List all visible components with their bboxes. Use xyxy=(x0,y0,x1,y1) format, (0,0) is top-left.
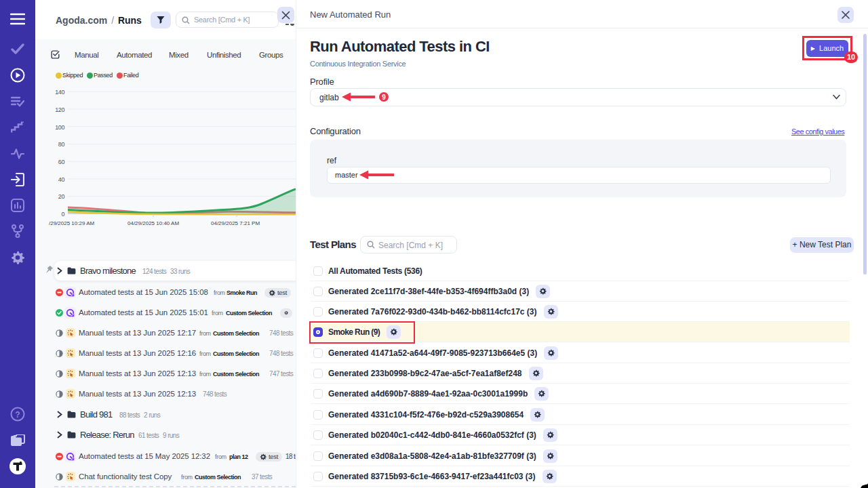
svg-text:?: ? xyxy=(15,410,20,420)
svg-text:9: 9 xyxy=(382,94,386,101)
